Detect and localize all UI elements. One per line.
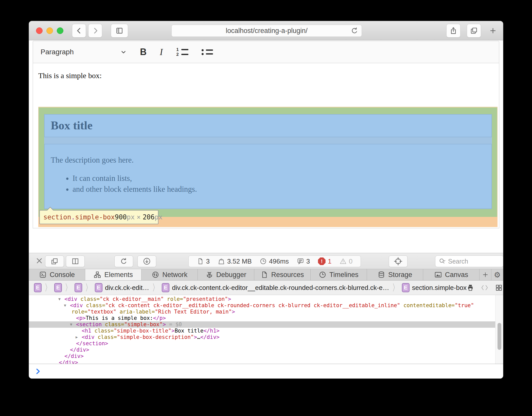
breadcrumb-item[interactable]: Ediv.ck.ck-edit… <box>95 283 149 292</box>
tooltip-width: 900 <box>115 213 127 221</box>
dock-side-button[interactable] <box>66 255 85 267</box>
status-badge-clock[interactable]: 496ms <box>260 257 289 265</box>
badge-value: 3 <box>306 257 310 265</box>
error-octagon-icon: ! <box>318 257 326 265</box>
tab-console[interactable]: Console <box>29 269 85 280</box>
code-brackets-icon[interactable] <box>481 284 488 291</box>
close-window-button[interactable] <box>36 27 43 34</box>
address-bar[interactable]: localhost/creating-a-plugin/ <box>171 25 362 37</box>
status-badge-error-octagon[interactable]: !1 <box>318 257 331 265</box>
dom-tree-panel[interactable]: ▼<div class="ck ck-editor__main" role="p… <box>29 295 503 364</box>
disclosure-triangle-icon[interactable]: ▶ <box>76 334 78 340</box>
breadcrumb-separator-icon: 〉 <box>152 282 159 294</box>
resource-status-pill: 33.52 MB496ms3!10 <box>188 255 361 267</box>
inspector-search-field[interactable] <box>435 255 503 267</box>
rich-text-editor: Paragraph B I 1 2 <box>33 41 499 228</box>
timelines-icon <box>319 271 326 279</box>
reload-icon[interactable] <box>350 27 359 35</box>
show-all-tabs-button[interactable] <box>467 24 481 38</box>
dom-node-selected[interactable]: ▼<section class="simple-box"> = $0 <box>29 321 503 328</box>
print-styles-icon[interactable] <box>467 284 474 291</box>
weight-icon <box>218 258 225 265</box>
sidebar-toggle-button[interactable] <box>111 24 128 38</box>
dom-node[interactable]: </section> <box>29 340 495 347</box>
element-badge-icon: E <box>402 283 410 292</box>
editor-content-area[interactable]: This is a simple box: Box title The desc… <box>33 63 499 228</box>
layout-grid-icon[interactable] <box>495 284 503 291</box>
tab-storage[interactable]: Storage <box>367 269 423 280</box>
forward-button[interactable] <box>88 24 102 38</box>
dom-node[interactable]: ▼<div class="ck ck-content ck-editor__ed… <box>29 302 495 309</box>
tab-network[interactable]: Network <box>141 269 198 280</box>
quick-console-prompt[interactable] <box>29 364 503 378</box>
disclosure-triangle-icon[interactable]: ▼ <box>70 321 72 328</box>
storage-icon <box>378 271 385 279</box>
reload-icon <box>120 257 128 265</box>
document-icon <box>197 258 204 265</box>
dom-node[interactable]: ▼<div class="ck ck-editor__main" role="p… <box>29 296 495 302</box>
disclosure-triangle-icon[interactable]: ▼ <box>64 302 66 309</box>
settings-gear-button[interactable]: ⚙ <box>491 269 503 280</box>
dom-node[interactable]: <h1 class="simple-box-title">Box title</… <box>29 328 495 334</box>
close-inspector-button[interactable] <box>35 256 44 265</box>
reload-page-button[interactable] <box>114 255 133 267</box>
status-badge-weight[interactable]: 3.52 MB <box>218 257 252 265</box>
element-badge-icon: E <box>162 283 169 292</box>
chevron-down-icon <box>120 49 127 55</box>
element-picker-button[interactable] <box>389 255 407 267</box>
badge-value: 3 <box>206 257 210 265</box>
add-tab-button[interactable] <box>480 269 491 280</box>
search-input[interactable] <box>448 257 487 265</box>
paragraph-style-dropdown[interactable]: Paragraph <box>41 48 127 56</box>
badge-value: 0 <box>349 257 352 265</box>
console-icon <box>39 271 47 279</box>
status-badge-document[interactable]: 3 <box>197 257 210 265</box>
badge-value: 1 <box>328 257 331 265</box>
scrollbar-thumb[interactable] <box>498 323 501 350</box>
numbered-list-icon: 1 2 <box>176 48 188 56</box>
dom-node[interactable]: role="textbox" aria-label="Rich Text Edi… <box>29 309 495 315</box>
url-text: localhost/creating-a-plugin/ <box>226 27 308 35</box>
simple-box-description-block[interactable]: The description goes here. It can contai… <box>44 144 492 209</box>
dom-node[interactable]: <p>This is a simple box:</p> <box>29 315 495 321</box>
share-icon <box>450 27 457 34</box>
box-title-text: Box title <box>51 119 93 132</box>
tab-elements[interactable]: Elements <box>85 269 141 280</box>
italic-button[interactable]: I <box>160 47 163 57</box>
breadcrumb-item[interactable]: Esection.simple-box <box>402 283 467 292</box>
zoom-window-button[interactable] <box>57 27 63 34</box>
breadcrumb-item[interactable]: Ediv.ck.ck-content.ck-editor__editable.c… <box>162 283 389 292</box>
tab-resources[interactable]: Resources <box>254 269 311 280</box>
breadcrumb-item[interactable]: E <box>34 283 42 292</box>
tab-canvas[interactable]: Canvas <box>423 269 480 280</box>
tab-debugger[interactable]: Debugger <box>198 269 254 280</box>
bold-button[interactable]: B <box>140 47 147 57</box>
dom-node[interactable]: </div> <box>29 353 495 359</box>
status-badge-warning-triangle[interactable]: 0 <box>340 257 352 265</box>
tooltip-arrow <box>46 207 54 211</box>
breadcrumb-item[interactable]: E <box>75 283 82 292</box>
clock-icon <box>260 258 267 265</box>
minimize-window-button[interactable] <box>46 27 53 34</box>
dom-node[interactable]: </div> <box>29 347 495 353</box>
status-badge-bubble[interactable]: 3 <box>297 257 310 265</box>
elements-icon <box>94 271 101 279</box>
tab-timelines[interactable]: Timelines <box>311 269 367 280</box>
browser-window: localhost/creating-a-plugin/ Paragraph B <box>29 21 503 378</box>
dom-node[interactable]: </div> <box>29 359 495 364</box>
new-tab-button[interactable] <box>487 24 499 37</box>
breadcrumb-item[interactable]: E <box>54 283 62 292</box>
detach-inspector-button[interactable] <box>45 255 64 267</box>
dom-scrollbar[interactable] <box>495 295 503 364</box>
bulleted-list-button[interactable] <box>202 49 213 55</box>
disclosure-triangle-icon[interactable]: ▼ <box>58 296 61 302</box>
share-button[interactable] <box>446 24 460 38</box>
dom-node[interactable]: ▶<div class="simple-box-description">…</… <box>29 334 495 340</box>
simple-box-title-block[interactable]: Box title <box>44 114 492 137</box>
back-button[interactable] <box>72 24 86 38</box>
element-size-tooltip: section.simple-box900px×206px <box>39 210 158 224</box>
numbered-list-button[interactable]: 1 2 <box>176 48 188 56</box>
element-badge-icon: E <box>54 283 62 292</box>
download-web-archive-button[interactable] <box>137 255 156 267</box>
editor-paragraph[interactable]: This is a simple box: <box>38 71 102 80</box>
